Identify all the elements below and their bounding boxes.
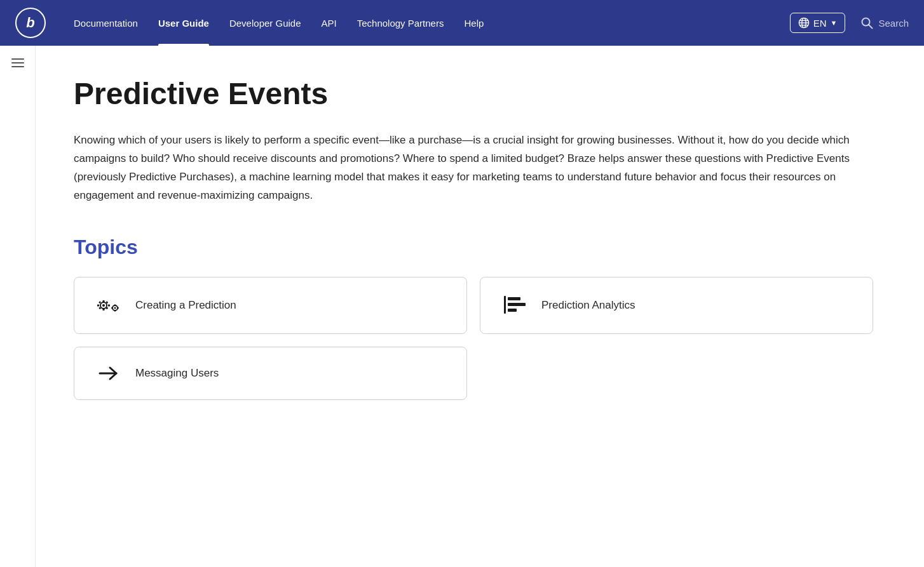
topic-label-creating-prediction: Creating a Prediction: [135, 299, 236, 312]
topic-card-messaging-users[interactable]: Messaging Users: [74, 347, 467, 400]
svg-rect-12: [108, 304, 110, 306]
topic-label-messaging-users: Messaging Users: [135, 367, 219, 380]
gears-icon: [95, 295, 123, 316]
logo[interactable]: b: [15, 8, 46, 38]
search-icon: [860, 17, 873, 29]
svg-line-6: [869, 25, 873, 29]
topic-card-prediction-analytics[interactable]: Prediction Analytics: [480, 277, 873, 334]
nav-links: Documentation User Guide Developer Guide…: [64, 0, 785, 46]
page-title: Predictive Events: [74, 76, 873, 111]
nav-link-technology-partners[interactable]: Technology Partners: [347, 0, 454, 46]
sidebar: [0, 46, 36, 567]
topics-heading: Topics: [74, 236, 873, 259]
nav-link-help[interactable]: Help: [454, 0, 494, 46]
page-description: Knowing which of your users is likely to…: [74, 131, 873, 205]
menu-line-3: [11, 66, 24, 67]
main-content: Predictive Events Knowing which of your …: [36, 46, 924, 567]
language-selector[interactable]: EN ▼: [790, 13, 846, 33]
nav-link-api[interactable]: API: [311, 0, 347, 46]
logo-text: b: [26, 15, 34, 31]
svg-rect-22: [118, 307, 119, 309]
svg-rect-25: [508, 309, 517, 312]
search-label: Search: [878, 18, 909, 29]
main-layout: Predictive Events Knowing which of your …: [0, 46, 924, 567]
svg-rect-19: [114, 304, 116, 305]
svg-rect-9: [103, 300, 105, 302]
topic-card-creating-prediction[interactable]: Creating a Prediction: [74, 277, 467, 334]
chart-icon: [501, 296, 529, 315]
svg-rect-20: [114, 310, 116, 311]
topics-grid: Creating a Prediction Prediction Analyti…: [74, 277, 873, 400]
nav-link-developer-guide[interactable]: Developer Guide: [219, 0, 311, 46]
sidebar-menu-toggle[interactable]: [11, 58, 24, 67]
language-label: EN: [813, 18, 827, 29]
svg-rect-26: [504, 296, 506, 314]
globe-icon: [798, 17, 810, 29]
svg-rect-11: [97, 304, 99, 306]
search-button[interactable]: Search: [860, 17, 909, 29]
svg-rect-24: [508, 303, 526, 306]
topic-label-prediction-analytics: Prediction Analytics: [541, 299, 635, 312]
navbar: b Documentation User Guide Developer Gui…: [0, 0, 924, 46]
nav-link-user-guide[interactable]: User Guide: [148, 0, 219, 46]
arrow-icon: [95, 365, 123, 382]
nav-link-documentation[interactable]: Documentation: [64, 0, 148, 46]
svg-rect-10: [103, 309, 105, 310]
svg-rect-21: [111, 307, 112, 309]
menu-line-2: [11, 62, 24, 63]
svg-rect-23: [508, 297, 520, 300]
menu-line-1: [11, 58, 24, 60]
chevron-down-icon: ▼: [831, 19, 838, 27]
svg-point-18: [114, 307, 116, 309]
svg-point-8: [102, 304, 105, 307]
